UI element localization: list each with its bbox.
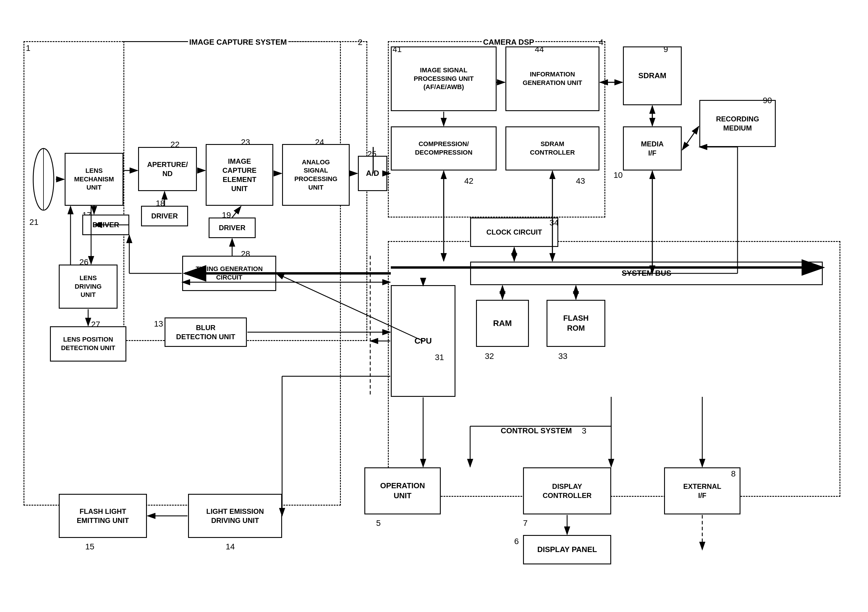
- recording-medium: RECORDINGMEDIUM: [699, 100, 776, 147]
- ref-44: 44: [535, 45, 544, 54]
- clock-circuit: CLOCK CIRCUIT: [470, 217, 558, 247]
- driver-18: DRIVER: [141, 206, 188, 226]
- media-if: MEDIAI/F: [623, 126, 682, 171]
- ref-18: 18: [156, 199, 165, 208]
- ref-23: 23: [241, 138, 250, 147]
- driver-17: DRIVER: [82, 214, 129, 235]
- information-generation: INFORMATIONGENERATION UNIT: [505, 47, 600, 111]
- ref-19: 19: [222, 210, 231, 220]
- ram: RAM: [476, 300, 529, 347]
- operation-unit: OPERATIONUNIT: [364, 468, 441, 514]
- sdram: SDRAM: [623, 47, 682, 105]
- ref-8: 8: [731, 469, 736, 478]
- ref-2: 2: [358, 37, 363, 47]
- system-bus: SYSTEM BUS: [470, 262, 823, 285]
- svg-line-31: [682, 126, 699, 150]
- ref-4: 4: [599, 37, 603, 47]
- lens-driving-unit: LENSDRIVINGUNIT: [59, 264, 118, 309]
- label-image-capture-system: IMAGE CAPTURE SYSTEM: [188, 37, 288, 47]
- external-if: EXTERNALI/F: [664, 468, 741, 514]
- ref-14: 14: [226, 542, 235, 551]
- blur-detection: BLURDETECTION UNIT: [164, 317, 247, 347]
- aperture-nd: APERTURE/ND: [138, 147, 197, 191]
- display-panel: DISPLAY PANEL: [523, 535, 611, 564]
- ref-10: 10: [614, 171, 623, 180]
- ref-25: 25: [367, 149, 377, 159]
- cpu: CPU: [391, 285, 456, 397]
- flash-rom: FLASHROM: [547, 300, 605, 347]
- light-emission-driving: LIGHT EMISSIONDRIVING UNIT: [188, 494, 282, 538]
- ref-13: 13: [154, 319, 163, 329]
- lens-position-detection: LENS POSITIONDETECTION UNIT: [50, 326, 126, 362]
- lens-shape: [32, 147, 55, 213]
- ref-90: 90: [763, 96, 772, 105]
- sdram-controller: SDRAMCONTROLLER: [505, 126, 600, 171]
- ref-31: 31: [435, 353, 444, 362]
- ref-42: 42: [464, 176, 473, 186]
- ref-28: 28: [241, 249, 250, 259]
- svg-line-32: [682, 126, 699, 150]
- image-signal-processing: IMAGE SIGNALPROCESSING UNIT(AF/AE/AWB): [391, 47, 497, 111]
- ref-3: 3: [582, 426, 586, 436]
- ref-27: 27: [91, 320, 100, 329]
- ref-41: 41: [392, 45, 402, 54]
- ref-43: 43: [576, 176, 585, 186]
- ref-34: 34: [549, 218, 559, 228]
- ref-5: 5: [376, 519, 381, 528]
- ref-15: 15: [85, 542, 94, 551]
- lens-mechanism-unit: LENSMECHANISMUNIT: [65, 153, 123, 206]
- ref-9: 9: [663, 45, 668, 54]
- ref-33: 33: [558, 351, 567, 361]
- ref-26: 26: [79, 258, 88, 267]
- ref-6: 6: [514, 537, 519, 546]
- ad-converter: A/D: [358, 156, 387, 191]
- flash-light-emitting: FLASH LIGHTEMITTING UNIT: [59, 494, 147, 538]
- ref-32: 32: [485, 351, 494, 361]
- image-capture-element: IMAGECAPTUREELEMENTUNIT: [206, 144, 273, 206]
- ref-1: 1: [26, 43, 31, 53]
- ref-21: 21: [29, 217, 39, 227]
- label-control-system: CONTROL SYSTEM: [499, 426, 573, 435]
- ref-22: 22: [170, 140, 180, 149]
- analog-signal-processing: ANALOGSIGNALPROCESSINGUNIT: [282, 144, 350, 206]
- display-controller: DISPLAYCONTROLLER: [523, 468, 611, 514]
- label-camera-dsp: CAMERA DSP: [482, 37, 535, 47]
- ref-7: 7: [523, 519, 528, 528]
- timing-generation: TIMING GENERATIONCIRCUIT: [182, 256, 276, 291]
- compression-decompression: COMPRESSION/DECOMPRESSION: [391, 126, 497, 171]
- ref-24: 24: [315, 138, 324, 147]
- driver-19: DRIVER: [209, 217, 256, 238]
- diagram: 1 IMAGE CAPTURE SYSTEM 2 CAMERA DSP 4 CO…: [0, 0, 868, 612]
